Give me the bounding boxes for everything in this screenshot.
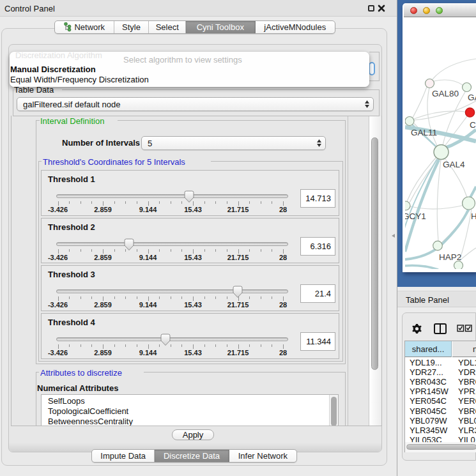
svg-text:CR: CR (470, 120, 476, 130)
svg-text:GAL4: GAL4 (443, 160, 465, 169)
svg-text:GAL: GAL (468, 93, 476, 102)
svg-text:GAL80: GAL80 (432, 89, 459, 98)
svg-text:GCY1: GCY1 (405, 211, 426, 221)
svg-text:HAP2: HAP2 (439, 252, 461, 262)
svg-text:GAL11: GAL11 (411, 128, 437, 137)
svg-text:HST: HST (471, 211, 476, 221)
